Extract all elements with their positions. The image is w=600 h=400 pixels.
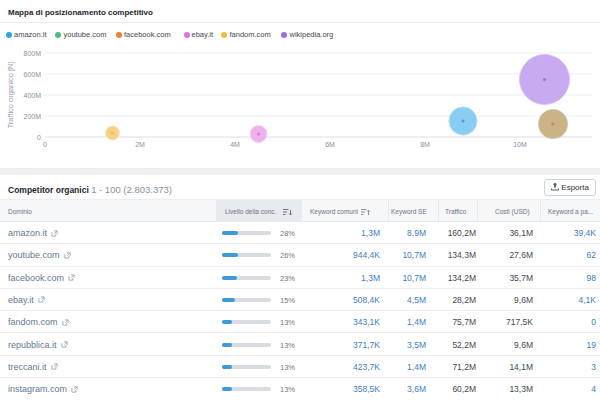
svg-text:4M: 4M (230, 141, 240, 148)
svg-text:600M: 600M (23, 71, 41, 78)
svg-text:200M: 200M (23, 113, 41, 120)
svg-text:10M: 10M (513, 141, 527, 148)
svg-text:6M: 6M (325, 141, 335, 148)
svg-text:2M: 2M (135, 141, 145, 148)
svg-text:0: 0 (43, 141, 47, 148)
svg-text:8M: 8M (420, 141, 430, 148)
svg-text:0: 0 (37, 134, 41, 141)
svg-text:Traffico organico [N]: Traffico organico [N] (6, 61, 15, 128)
svg-text:400M: 400M (23, 92, 41, 99)
svg-text:800M: 800M (23, 50, 41, 57)
